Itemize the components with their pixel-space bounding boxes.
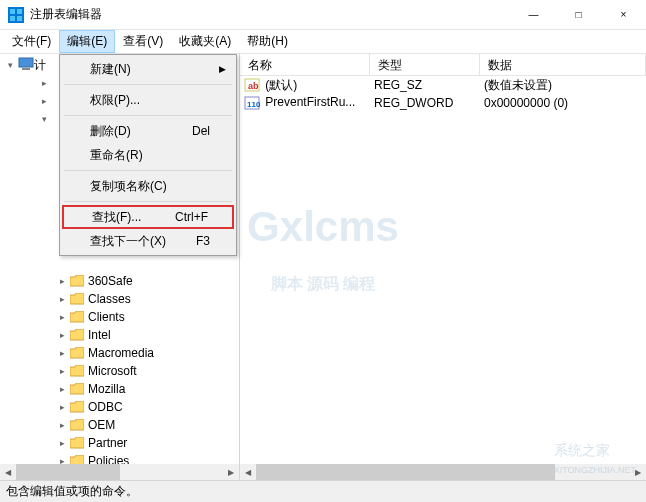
menu-item-label: 复制项名称(C) bbox=[90, 178, 210, 195]
scroll-thumb[interactable] bbox=[256, 464, 555, 480]
tree-item[interactable]: ▸ODBC bbox=[18, 398, 239, 416]
tree-item[interactable]: ▸Mozilla bbox=[18, 380, 239, 398]
collapsed-icon[interactable]: ▸ bbox=[56, 329, 68, 341]
menu-favorites[interactable]: 收藏夹(A) bbox=[171, 30, 239, 53]
tree-item[interactable]: ▸360Safe bbox=[18, 272, 239, 290]
collapsed-icon[interactable]: ▸ bbox=[56, 347, 68, 359]
scroll-track[interactable] bbox=[16, 464, 223, 480]
tree-item[interactable]: ▸Intel bbox=[18, 326, 239, 344]
menu-item[interactable]: 复制项名称(C) bbox=[62, 174, 234, 198]
tree-item[interactable]: ▸OEM bbox=[18, 416, 239, 434]
menu-item[interactable]: 新建(N)▶ bbox=[62, 57, 234, 81]
folder-icon bbox=[70, 437, 84, 449]
folder-icon bbox=[70, 365, 84, 377]
menu-edit[interactable]: 编辑(E) bbox=[59, 30, 115, 53]
menu-item-shortcut: Ctrl+F bbox=[175, 210, 208, 224]
tree-label: Partner bbox=[88, 436, 127, 450]
menu-help[interactable]: 帮助(H) bbox=[239, 30, 296, 53]
tree-item[interactable]: ▸Classes bbox=[18, 290, 239, 308]
scroll-right-button[interactable]: ▶ bbox=[223, 464, 239, 480]
submenu-arrow-icon: ▶ bbox=[219, 64, 226, 74]
tree-label: 计 bbox=[34, 57, 46, 74]
folder-icon bbox=[70, 329, 84, 341]
list-pane: 名称 类型 数据 ab (默认) REG_SZ (数值未设置) 110 Prev… bbox=[240, 54, 646, 480]
titlebar: 注册表编辑器 — □ × bbox=[0, 0, 646, 30]
expander-icon[interactable]: ▾ bbox=[4, 59, 16, 71]
scroll-thumb[interactable] bbox=[16, 464, 120, 480]
close-button[interactable]: × bbox=[601, 0, 646, 30]
menu-item[interactable]: 权限(P)... bbox=[62, 88, 234, 112]
value-type: REG_SZ bbox=[370, 78, 480, 92]
value-type: REG_DWORD bbox=[370, 96, 480, 110]
tree-label: 360Safe bbox=[88, 274, 133, 288]
status-text: 包含编辑值或项的命令。 bbox=[6, 483, 138, 500]
computer-icon bbox=[18, 57, 34, 74]
svg-text:ab: ab bbox=[248, 81, 259, 91]
list-scrollbar-horizontal[interactable]: ◀ ▶ bbox=[240, 464, 646, 480]
dword-value-icon: 110 bbox=[244, 95, 260, 111]
tree-item[interactable]: ▸Partner bbox=[18, 434, 239, 452]
tree-label: Intel bbox=[88, 328, 111, 342]
menu-item[interactable]: 查找下一个(X)F3 bbox=[62, 229, 234, 253]
window-controls: — □ × bbox=[511, 0, 646, 30]
svg-rect-4 bbox=[17, 16, 22, 21]
tree-label: Clients bbox=[88, 310, 125, 324]
tree-item[interactable]: ▸Macromedia bbox=[18, 344, 239, 362]
menu-separator bbox=[64, 84, 232, 85]
column-name[interactable]: 名称 bbox=[240, 54, 370, 75]
menu-item-label: 重命名(R) bbox=[90, 147, 210, 164]
tree-scrollbar-horizontal[interactable]: ◀ ▶ bbox=[0, 464, 239, 480]
tree-label: ODBC bbox=[88, 400, 123, 414]
scroll-left-button[interactable]: ◀ bbox=[240, 464, 256, 480]
tree-label: Microsoft bbox=[88, 364, 137, 378]
list-header: 名称 类型 数据 bbox=[240, 54, 646, 76]
collapsed-icon[interactable]: ▸ bbox=[56, 311, 68, 323]
tree-item[interactable]: ▸Microsoft bbox=[18, 362, 239, 380]
column-type[interactable]: 类型 bbox=[370, 54, 480, 75]
collapsed-icon[interactable]: ▸ bbox=[56, 293, 68, 305]
collapsed-icon[interactable]: ▸ bbox=[56, 401, 68, 413]
tree-label: OEM bbox=[88, 418, 115, 432]
tree-label: Macromedia bbox=[88, 346, 154, 360]
collapsed-icon[interactable]: ▸ bbox=[38, 95, 50, 107]
folder-icon bbox=[70, 419, 84, 431]
list-body: ab (默认) REG_SZ (数值未设置) 110 PreventFirstR… bbox=[240, 76, 646, 112]
menu-item-label: 查找下一个(X) bbox=[90, 233, 196, 250]
window-title: 注册表编辑器 bbox=[30, 6, 511, 23]
collapsed-icon[interactable]: ▸ bbox=[56, 365, 68, 377]
folder-icon bbox=[70, 275, 84, 287]
menu-item[interactable]: 删除(D)Del bbox=[62, 119, 234, 143]
statusbar: 包含编辑值或项的命令。 bbox=[0, 480, 646, 502]
menu-item-label: 删除(D) bbox=[90, 123, 192, 140]
collapsed-icon[interactable]: ▸ bbox=[56, 437, 68, 449]
list-row[interactable]: ab (默认) REG_SZ (数值未设置) bbox=[240, 76, 646, 94]
menu-separator bbox=[64, 201, 232, 202]
collapsed-icon[interactable]: ▸ bbox=[56, 383, 68, 395]
menu-item-shortcut: Del bbox=[192, 124, 210, 138]
value-name: PreventFirstRu... bbox=[265, 95, 355, 109]
menu-file[interactable]: 文件(F) bbox=[4, 30, 59, 53]
value-data: 0x00000000 (0) bbox=[480, 96, 646, 110]
tree-item[interactable]: ▸Clients bbox=[18, 308, 239, 326]
svg-rect-5 bbox=[19, 58, 33, 67]
scroll-track[interactable] bbox=[256, 464, 630, 480]
column-data[interactable]: 数据 bbox=[480, 54, 646, 75]
value-name: (默认) bbox=[265, 78, 297, 92]
scroll-right-button[interactable]: ▶ bbox=[630, 464, 646, 480]
collapsed-icon[interactable]: ▸ bbox=[56, 419, 68, 431]
menu-item[interactable]: 重命名(R) bbox=[62, 143, 234, 167]
minimize-button[interactable]: — bbox=[511, 0, 556, 30]
menu-item-label: 查找(F)... bbox=[92, 209, 175, 226]
folder-icon bbox=[70, 383, 84, 395]
menu-item-label: 新建(N) bbox=[90, 61, 210, 78]
menu-item[interactable]: 查找(F)...Ctrl+F bbox=[62, 205, 234, 229]
folder-icon bbox=[70, 311, 84, 323]
scroll-left-button[interactable]: ◀ bbox=[0, 464, 16, 480]
collapsed-icon[interactable]: ▸ bbox=[38, 77, 50, 89]
menu-view[interactable]: 查看(V) bbox=[115, 30, 171, 53]
collapsed-icon[interactable]: ▸ bbox=[56, 275, 68, 287]
maximize-button[interactable]: □ bbox=[556, 0, 601, 30]
list-row[interactable]: 110 PreventFirstRu... REG_DWORD 0x000000… bbox=[240, 94, 646, 112]
expanded-icon[interactable]: ▾ bbox=[38, 113, 50, 125]
edit-dropdown-menu: 新建(N)▶权限(P)...删除(D)Del重命名(R)复制项名称(C)查找(F… bbox=[59, 54, 237, 256]
